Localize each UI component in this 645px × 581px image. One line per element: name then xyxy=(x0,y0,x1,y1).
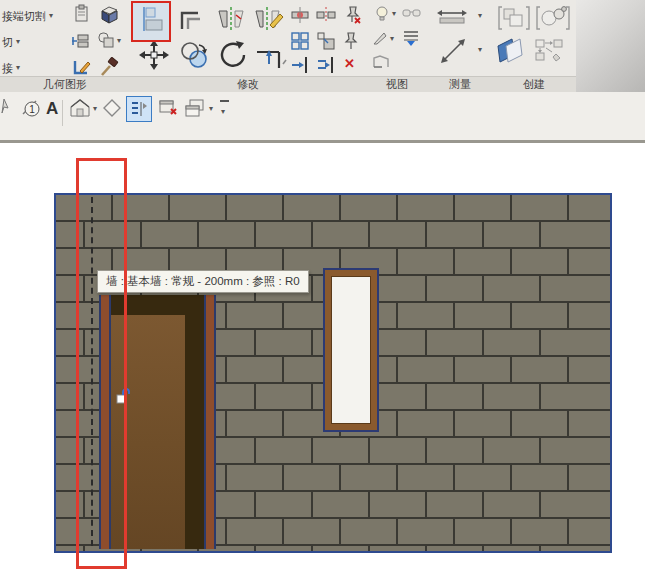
scale-icon[interactable] xyxy=(316,31,336,51)
unpin-icon[interactable] xyxy=(342,5,362,25)
trim-extend-multiple-icon[interactable] xyxy=(316,56,336,74)
coping-icon[interactable] xyxy=(72,4,92,24)
create-assembly-icon[interactable] xyxy=(534,38,564,62)
cut-geometry-button[interactable]: 切 ▾ xyxy=(0,32,68,52)
chevron-down-icon[interactable]: ▾ xyxy=(392,10,396,18)
panel-label-view: 视图 xyxy=(366,76,428,92)
glasses-icon[interactable] xyxy=(402,5,422,21)
close-hidden-windows-icon[interactable] xyxy=(158,98,180,118)
chevron-down-icon[interactable]: ▾ xyxy=(209,105,213,113)
window-element[interactable] xyxy=(323,268,379,432)
switch-windows-icon[interactable] xyxy=(184,98,206,118)
chevron-down-icon[interactable]: ▾ xyxy=(478,12,482,20)
modify-cursor-icon[interactable] xyxy=(0,98,10,114)
thin-lines-icon[interactable] xyxy=(126,96,152,122)
create-parts-icon[interactable] xyxy=(494,34,528,64)
beam-end-cut-button[interactable]: 接端切割 ▾ xyxy=(0,6,68,26)
measure-between-refs-icon[interactable] xyxy=(436,8,468,26)
delete-x-glyph: ✕ xyxy=(344,57,355,70)
chevron-down-icon: ▾ xyxy=(16,64,20,72)
wall-tooltip: 墙 : 基本墙 : 常规 - 200mm : 参照 : R0 xyxy=(97,270,309,293)
create-group-icon[interactable] xyxy=(498,5,530,31)
ribbon: 接端切割 ▾ 切 ▾ 接 ▾ ▾ 几何图形 xyxy=(0,0,645,92)
create-similar-icon[interactable] xyxy=(536,5,570,31)
cut-profile-icon[interactable] xyxy=(372,54,390,70)
mirror-draw-axis-icon[interactable] xyxy=(252,3,286,35)
quick-access-toolbar: 1 A ▾ ▾ ▾ xyxy=(0,92,645,143)
panel-geometry: 接端切割 ▾ 切 ▾ 接 ▾ ▾ 几何图形 xyxy=(0,0,131,92)
brick-course xyxy=(56,195,610,222)
qat-separator xyxy=(62,100,63,126)
drawing-canvas[interactable]: 墙 : 基本墙 : 常规 - 200mm : 参照 : R0 xyxy=(0,143,645,581)
lightbulb-icon[interactable] xyxy=(374,5,390,23)
revit-window: { "ribbon": { "panels": { "geometry": { … xyxy=(0,0,645,581)
aligned-dimension-icon[interactable]: 1 xyxy=(20,98,42,120)
linework-knife-icon[interactable] xyxy=(372,30,388,46)
move-icon[interactable] xyxy=(138,38,170,72)
two-box-icon[interactable] xyxy=(97,31,115,49)
trim-extend-corner-icon[interactable] xyxy=(254,38,288,72)
join-geometry-button[interactable]: 接 ▾ xyxy=(0,58,68,78)
door-jamb-right xyxy=(206,295,214,549)
join-label: 接 xyxy=(2,61,13,76)
panel-create: 创建 xyxy=(492,0,577,92)
copy-icon[interactable] xyxy=(178,40,210,70)
panel-measure: ▾ ▾ 测量 xyxy=(428,0,493,92)
align-tool-annotation-box xyxy=(131,1,171,42)
panel-label-modify: 修改 xyxy=(130,76,366,92)
array-icon[interactable] xyxy=(290,31,310,51)
beam-end-cut-label: 接端切割 xyxy=(2,9,46,24)
window-glass xyxy=(331,276,371,424)
text-tool[interactable]: A xyxy=(46,99,58,119)
panel-label-geometry: 几何图形 xyxy=(0,76,130,92)
align-dimension-small-icon[interactable] xyxy=(290,6,310,24)
panel-view: ▾ ▾ 视图 xyxy=(366,0,429,92)
chevron-down-icon: ▾ xyxy=(221,107,225,116)
customize-qat-icon[interactable]: ▾ xyxy=(220,100,229,120)
wall-join-icon[interactable] xyxy=(72,31,92,49)
svg-text:1: 1 xyxy=(29,104,35,115)
ribbon-end-gradient xyxy=(576,0,645,92)
door-frame-line xyxy=(214,295,216,549)
split-element-icon[interactable] xyxy=(316,6,336,24)
panel-label-measure: 测量 xyxy=(428,76,492,92)
chevron-down-icon: ▾ xyxy=(16,38,20,46)
brick-course xyxy=(56,222,610,249)
chevron-down-icon[interactable]: ▾ xyxy=(390,35,394,43)
rotate-icon[interactable] xyxy=(216,38,250,72)
offset-icon[interactable] xyxy=(176,3,208,35)
chevron-down-icon: ▾ xyxy=(49,12,53,20)
pin-icon[interactable] xyxy=(343,31,359,51)
mirror-pick-axis-icon[interactable] xyxy=(214,3,248,35)
measure-along-element-icon[interactable] xyxy=(440,38,466,64)
cube-icon[interactable] xyxy=(98,3,120,25)
reference-line-annotation-box xyxy=(76,158,127,569)
chevron-down-icon[interactable]: ▾ xyxy=(117,37,121,45)
chevron-down-icon[interactable]: ▾ xyxy=(478,46,482,54)
delete-icon[interactable]: ✕ xyxy=(344,57,355,70)
panel-label-create: 创建 xyxy=(492,76,576,92)
override-graphics-icon[interactable] xyxy=(402,29,420,47)
edit-profile-pencil-icon[interactable] xyxy=(72,57,92,77)
cut-label: 切 xyxy=(2,35,13,50)
section-icon[interactable] xyxy=(102,98,122,118)
default-3d-view-icon[interactable] xyxy=(68,97,92,119)
chevron-down-icon[interactable]: ▾ xyxy=(93,105,97,113)
trim-extend-single-icon[interactable] xyxy=(290,56,310,74)
demolish-hammer-icon[interactable] xyxy=(99,57,119,77)
